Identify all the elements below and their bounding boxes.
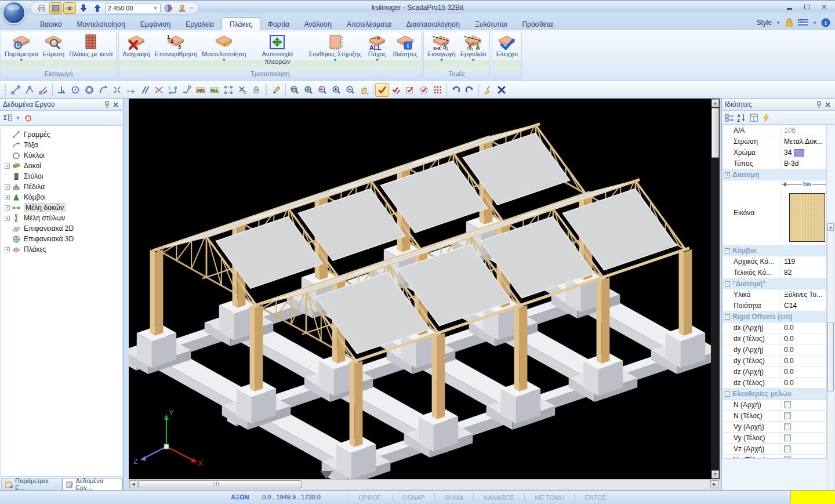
greek-flag-icon[interactable] xyxy=(798,19,808,26)
property-row-20[interactable]: N (Αρχή) xyxy=(723,400,826,411)
tab-dedomena-ergou[interactable]: Δεδομένα Εργ... xyxy=(62,478,123,490)
property-value[interactable]: 0.0 xyxy=(781,368,826,376)
pin-icon[interactable] xyxy=(815,100,823,108)
property-value[interactable]: 34 xyxy=(781,148,826,157)
scroll-up-icon[interactable]: ▲ xyxy=(711,99,719,107)
categorize-icon[interactable] xyxy=(725,113,734,122)
property-value[interactable] xyxy=(781,423,826,430)
properties-scroll-thumb[interactable] xyxy=(827,322,834,391)
checkbox[interactable] xyxy=(784,456,791,459)
property-row-21[interactable]: N (Τέλος) xyxy=(723,411,826,422)
delete-all-icon[interactable] xyxy=(495,83,509,97)
expand-icon[interactable]: + xyxy=(5,216,10,221)
property-row-14[interactable]: dx (Τέλος)0.0 xyxy=(723,333,826,345)
property-row-3[interactable]: ΤύποςB-3d xyxy=(723,158,826,169)
expand-icon[interactable]: + xyxy=(725,172,730,177)
tree-item-1[interactable]: Τόξα xyxy=(1,140,122,150)
select-poly-icon[interactable] xyxy=(417,83,431,97)
property-row-18[interactable]: dz (Τέλος)0.0 xyxy=(723,378,826,389)
level-down-icon[interactable] xyxy=(77,2,90,14)
ribbon-tab-0[interactable]: Βασικό xyxy=(32,18,70,30)
circle-diamond-icon[interactable] xyxy=(82,83,96,97)
close-button[interactable]: ✕ xyxy=(816,2,832,12)
property-value[interactable]: B-3d xyxy=(781,159,826,168)
checkbox[interactable] xyxy=(784,445,791,452)
close-icon[interactable] xyxy=(823,100,832,108)
property-row-22[interactable]: Vy (Αρχή) xyxy=(723,422,826,433)
property-category-19[interactable]: −Ελευθερίες μελών xyxy=(723,389,826,400)
property-value[interactable]: 0.0 xyxy=(781,357,826,365)
hscroll-thumb[interactable] xyxy=(138,480,302,488)
collapse-icon[interactable]: − xyxy=(725,248,730,253)
zoom-in-icon[interactable] xyxy=(329,83,343,97)
ribbon-button-section-insert[interactable]: x-xΕισαγωγή▼ xyxy=(425,32,458,70)
vscroll-thumb[interactable] xyxy=(711,108,719,158)
tree-item-8[interactable]: +Μέλη στύλων xyxy=(1,213,122,223)
zoom-window-icon[interactable] xyxy=(288,83,302,97)
property-category-4[interactable]: +Διατομή xyxy=(723,169,826,180)
zoom-extents-icon[interactable] xyxy=(302,83,315,97)
render-sphere-icon[interactable] xyxy=(162,2,175,14)
lightning-icon[interactable] xyxy=(761,113,771,122)
property-row-25[interactable]: Vz (Τέλος) xyxy=(723,455,826,459)
chevron-down-icon[interactable]: ▼ xyxy=(440,58,444,63)
line-icon[interactable] xyxy=(9,83,23,97)
expand-icon[interactable]: + xyxy=(5,184,10,190)
clean-icon[interactable] xyxy=(481,83,495,97)
pin-icon[interactable] xyxy=(103,100,111,108)
expand-icon[interactable]: + xyxy=(5,195,10,200)
toolbar-grip[interactable] xyxy=(265,84,268,96)
scroll-down-icon[interactable]: ▼ xyxy=(711,470,719,478)
chevron-down-icon[interactable]: ▼ xyxy=(19,58,23,63)
ribbon-tab-3[interactable]: Εργαλεία xyxy=(178,18,222,30)
property-category-6[interactable]: −Κόμβοι xyxy=(723,245,826,256)
select-box-icon[interactable] xyxy=(222,83,235,97)
tree-item-5[interactable]: +Πέδιλα xyxy=(1,182,122,192)
ribbon-tab-6[interactable]: Ανάλυση xyxy=(297,18,339,30)
level-combobox[interactable]: 2-450.00 ▼ xyxy=(105,3,161,13)
az-sort-icon[interactable]: AZ xyxy=(737,113,746,122)
lock-icon[interactable] xyxy=(785,18,794,27)
checkbox[interactable] xyxy=(784,412,791,419)
lock-icon[interactable] xyxy=(249,83,263,97)
status-toggle-4[interactable]: ΜΕ ΤΟΜΗ xyxy=(524,494,575,502)
toolbar-grip[interactable] xyxy=(4,84,7,96)
property-value[interactable]: C14 xyxy=(781,302,826,310)
viewport-hscrollbar[interactable]: ◀ ▶ xyxy=(129,479,720,489)
pan-hand-icon[interactable] xyxy=(357,83,371,97)
ribbon-button-sides-match[interactable]: Αντιστοιχία πλευρών xyxy=(248,32,306,70)
property-row-image[interactable]: Εικόναbw xyxy=(723,180,826,245)
select-check-icon[interactable] xyxy=(375,83,389,97)
ribbon-tab-5[interactable]: Φορτία xyxy=(260,18,297,30)
property-row-10[interactable]: ΥλικόΞύλινες Τυ... xyxy=(723,289,826,300)
chevron-down-icon[interactable]: ▼ xyxy=(471,58,475,63)
perpendicular-icon[interactable] xyxy=(55,83,68,97)
pencil-icon[interactable] xyxy=(270,83,284,97)
viewport-vscrollbar[interactable]: ▲ ▼ xyxy=(711,99,720,479)
collapse-icon[interactable]: − xyxy=(725,314,730,320)
status-toggle-0[interactable]: ΟΡΘΟΓ. xyxy=(348,494,392,502)
ribbon-button-slab-check[interactable]: Ελεγχοι xyxy=(493,32,520,70)
chevron-down-icon[interactable]: ▼ xyxy=(333,58,337,63)
property-row-11[interactable]: ΠοιότηταC14 xyxy=(723,300,826,311)
property-value[interactable]: Ξύλινες Τυ... xyxy=(781,291,826,299)
circle-center-icon[interactable] xyxy=(68,83,82,97)
property-value[interactable]: 106 xyxy=(781,126,826,135)
ribbon-button-slab-all[interactable]: dALLΠάχος▼ xyxy=(364,32,390,70)
chevron-down-icon[interactable]: ▼ xyxy=(222,58,226,63)
break-cross-icon[interactable] xyxy=(110,83,124,97)
ribbon-button-slab-renumber[interactable]: 123Επαναρίθμηση xyxy=(153,32,199,70)
polyline-corner-icon[interactable] xyxy=(180,83,194,97)
ribbon-button-slab-delete[interactable]: Διαγραφή xyxy=(120,32,153,70)
ribbon-button-slab-info[interactable]: iΙδιότητες xyxy=(390,32,420,70)
chevron-down-icon[interactable]: ▼ xyxy=(776,20,780,26)
property-row-1[interactable]: ΣτρώσηΜεταλ.Δοκ... xyxy=(723,136,826,147)
minimize-button[interactable] xyxy=(782,2,797,12)
property-category-12[interactable]: −Rigid Offsets (cm) xyxy=(723,311,826,322)
expand-icon[interactable]: + xyxy=(5,247,10,252)
tree-item-6[interactable]: +Κόμβοι xyxy=(1,192,122,202)
print-icon[interactable] xyxy=(35,2,48,14)
structure-3d-model[interactable]: Y X Z xyxy=(129,99,711,479)
ribbon-tab-2[interactable]: Εμφάνιση xyxy=(133,18,178,30)
chevron-down-icon[interactable]: ▼ xyxy=(375,58,379,63)
